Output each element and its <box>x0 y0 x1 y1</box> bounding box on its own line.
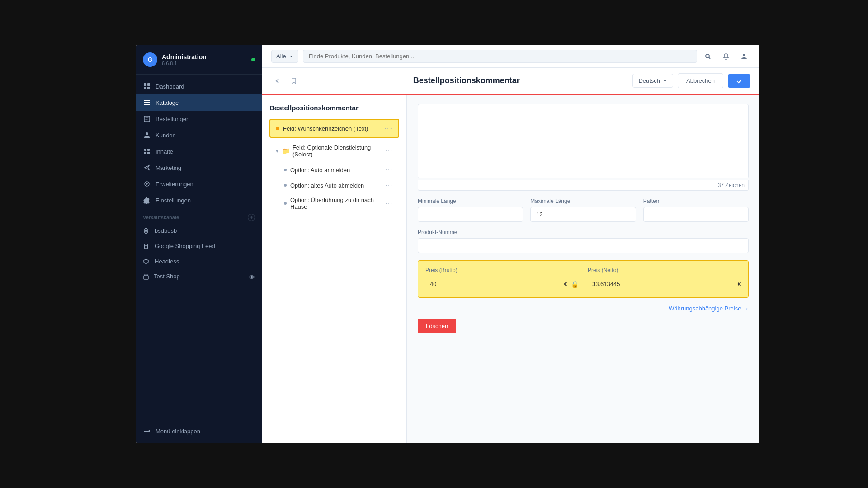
sidebar-footer: Menü einklappen <box>136 419 262 443</box>
sidebar-item-marketing[interactable]: Marketing <box>136 160 262 176</box>
currency-link[interactable]: Währungsabhängige Preise → <box>418 305 749 312</box>
brutto-label: Preis (Brutto) <box>425 267 579 273</box>
netto-label: Preis (Netto) <box>588 267 741 273</box>
svg-rect-7 <box>144 116 150 122</box>
option-menu-3[interactable]: ··· <box>385 199 394 207</box>
search-input-wrapper <box>303 50 697 63</box>
field-name-1: Feld: Wunschkennzeichen (Text) <box>283 125 381 132</box>
field-header-1[interactable]: Feld: Wunschkennzeichen (Text) ··· <box>269 119 399 138</box>
sidebar-item-test-shop[interactable]: Test Shop <box>136 269 262 284</box>
sidebar-logo: G Administration 6.6.8.1 <box>143 52 207 67</box>
sidebar-item-label: Kataloge <box>156 99 179 106</box>
right-panel: 37 Zeichen Minimale Länge Maximale Länge <box>407 95 760 443</box>
svg-point-8 <box>146 132 148 135</box>
page-header: Bestellpositionskommentar Deutsch Abbrec… <box>262 68 760 95</box>
option-item-1[interactable]: Option: Auto anmelden ··· <box>278 162 399 178</box>
option-item-3[interactable]: Option: Überführung zu dir nach Hause ··… <box>278 193 399 214</box>
svg-rect-3 <box>147 87 150 89</box>
char-count: 37 Zeichen <box>418 180 749 191</box>
lock-icon[interactable]: 🔒 <box>571 281 579 288</box>
topbar-right <box>702 50 750 63</box>
option-label-2: Option: altes Auto abmelden <box>290 182 382 189</box>
price-section: Preis (Brutto) € 🔒 Preis (Netto) <box>418 260 749 298</box>
length-pattern-row: Minimale Länge Maximale Länge Pattern <box>418 198 749 222</box>
brutto-col: Preis (Brutto) € 🔒 <box>425 267 579 291</box>
sidebar-item-einstellungen[interactable]: Einstellungen <box>136 192 262 208</box>
text-area[interactable] <box>418 104 748 177</box>
add-sales-channel-button[interactable]: + <box>248 214 255 221</box>
product-number-input[interactable] <box>418 238 749 253</box>
collapse-icon <box>143 427 151 435</box>
sales-channels-section: Verkaufskanäle + <box>136 208 262 223</box>
option-menu-2[interactable]: ··· <box>385 181 394 189</box>
svg-rect-2 <box>144 87 146 89</box>
field-menu-1[interactable]: ··· <box>384 124 393 132</box>
sidebar-brand: Administration 6.6.8.1 <box>162 53 207 66</box>
max-length-group: Maximale Länge <box>530 198 636 222</box>
sidebar-item-headless[interactable]: Headless <box>136 253 262 269</box>
sidebar-item-bsdbdsb[interactable]: bsdbdsb <box>136 223 262 238</box>
user-icon[interactable] <box>738 50 750 63</box>
option-item-2[interactable]: Option: altes Auto abmelden ··· <box>278 178 399 193</box>
sidebar-item-dashboard[interactable]: Dashboard <box>136 78 262 94</box>
kataloge-icon <box>143 99 151 107</box>
netto-input[interactable] <box>588 277 734 291</box>
svg-rect-10 <box>147 149 150 151</box>
main-content: Bestellpositionskommentar Feld: Wunschke… <box>262 95 760 443</box>
bell-icon[interactable] <box>720 50 732 63</box>
sidebar-item-kunden[interactable]: Kunden <box>136 127 262 143</box>
sidebar-item-label: Bestellungen <box>156 116 189 122</box>
search-input[interactable] <box>309 53 691 60</box>
back-button[interactable] <box>271 75 284 87</box>
field-children-2: Option: Auto anmelden ··· Option: altes … <box>269 162 399 214</box>
delete-button[interactable]: Löschen <box>418 319 456 333</box>
collapse-label: Menü einklappen <box>156 428 200 435</box>
svg-rect-4 <box>144 100 150 101</box>
svg-rect-6 <box>144 104 150 105</box>
channel-label: Test Shop <box>154 273 180 280</box>
collapse-menu-button[interactable]: Menü einklappen <box>136 423 262 439</box>
sidebar-item-label: Erweiterungen <box>156 181 193 188</box>
field-parent-2[interactable]: ▼ 📁 Feld: Optionale Dienstleistung (Sele… <box>269 140 399 162</box>
svg-rect-15 <box>144 276 148 279</box>
svg-rect-1 <box>147 83 150 86</box>
einstellungen-icon <box>143 196 151 204</box>
search-dropdown[interactable]: Alle <box>271 50 298 63</box>
kunden-icon <box>143 131 151 139</box>
save-button[interactable] <box>728 74 750 88</box>
option-label-1: Option: Auto anmelden <box>290 167 382 174</box>
bookmark-button[interactable] <box>288 75 300 87</box>
cancel-button[interactable]: Abbrechen <box>678 73 723 88</box>
chevron-icon: ▼ <box>275 149 279 154</box>
shopping-icon <box>143 242 150 249</box>
erweiterungen-icon <box>143 180 151 188</box>
sidebar-item-erweiterungen[interactable]: Erweiterungen <box>136 176 262 192</box>
left-panel-title: Bestellpositionskommentar <box>269 104 399 112</box>
sidebar-item-google-shopping-feed[interactable]: Google Shopping Feed <box>136 238 262 253</box>
pattern-input[interactable] <box>643 207 749 222</box>
min-length-group: Minimale Länge <box>418 198 523 222</box>
test-shop-icon <box>143 273 149 280</box>
sidebar-item-inhalte[interactable]: Inhalte <box>136 143 262 160</box>
page-header-nav <box>271 75 300 87</box>
brutto-input[interactable] <box>425 277 561 291</box>
svg-rect-0 <box>144 83 146 86</box>
svg-rect-5 <box>144 102 150 103</box>
sidebar-item-bestellungen[interactable]: Bestellungen <box>136 111 262 127</box>
svg-rect-18 <box>144 431 148 432</box>
min-length-input[interactable] <box>418 207 523 222</box>
svg-rect-11 <box>144 152 146 154</box>
sidebar-item-kataloge[interactable]: Kataloge <box>136 94 262 111</box>
page-header-actions: Deutsch Abbrechen <box>632 73 750 88</box>
option-menu-1[interactable]: ··· <box>385 166 394 174</box>
field-item-2: ▼ 📁 Feld: Optionale Dienstleistung (Sele… <box>269 140 399 214</box>
language-selector[interactable]: Deutsch <box>632 74 673 88</box>
marketing-icon <box>143 164 151 172</box>
eye-icon[interactable] <box>249 273 255 280</box>
search-icon[interactable] <box>702 50 714 63</box>
channel-label: bsdbdsb <box>155 227 177 234</box>
option-dot <box>284 202 287 205</box>
max-length-input[interactable] <box>530 207 636 222</box>
svg-point-19 <box>706 54 709 58</box>
field-menu-2[interactable]: ··· <box>385 147 394 155</box>
